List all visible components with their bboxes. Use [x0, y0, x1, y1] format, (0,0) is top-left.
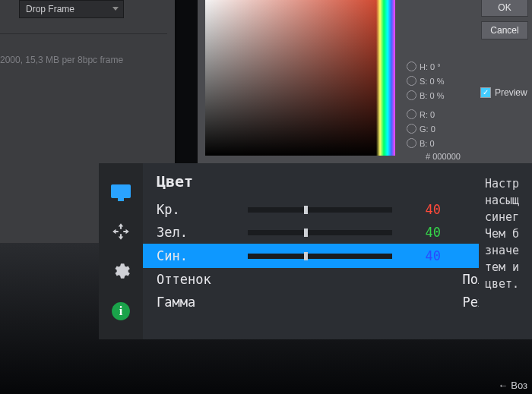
blue-value: 40	[410, 248, 441, 263]
red-value: 40	[410, 202, 441, 217]
b-label: B:	[420, 91, 427, 100]
bch-radio[interactable]	[407, 138, 416, 148]
red-slider[interactable]	[248, 207, 392, 213]
g-value[interactable]: 0	[431, 125, 435, 134]
green-label: Зел.	[157, 225, 248, 240]
hue-radio[interactable]	[407, 61, 416, 71]
color-picker-panel: OK Cancel	[198, 0, 532, 167]
gamma-label: Гамма	[157, 295, 248, 310]
monitor-icon	[111, 184, 131, 198]
red-label: Кр.	[157, 202, 248, 217]
monitor-osd-menu: i Цвет Кр. 40 Зел. 40 Син.	[99, 163, 532, 339]
preview-label: Preview	[495, 87, 527, 98]
blue-label: Син.	[157, 248, 248, 263]
ok-button[interactable]: OK	[481, 0, 528, 17]
hex-value[interactable]: # 000000	[426, 152, 461, 161]
cancel-button[interactable]: Cancel	[481, 21, 528, 39]
osd-row-red[interactable]: Кр. 40	[157, 198, 532, 221]
osd-row-gamma[interactable]: Гамма Режим1	[157, 291, 532, 314]
osd-title: Цвет	[157, 172, 532, 191]
bch-label: B:	[420, 139, 427, 148]
chevron-down-icon	[112, 7, 119, 11]
checkbox-icon: ✓	[480, 87, 491, 98]
blue-slider[interactable]	[248, 254, 392, 259]
g-label: G:	[420, 125, 429, 134]
drop-frame-select[interactable]: Drop Frame	[19, 0, 124, 18]
frame-info-text: 2000, 15,3 MB per 8bpc frame	[0, 55, 123, 65]
osd-row-hue[interactable]: Оттенок Польз.	[157, 268, 532, 291]
svg-text:i: i	[119, 304, 123, 318]
bch-value[interactable]: 0	[429, 139, 434, 148]
display-tab[interactable]	[109, 180, 132, 203]
gear-icon	[111, 261, 131, 281]
divider	[0, 33, 167, 34]
g-radio[interactable]	[407, 124, 416, 134]
return-arrow-icon: ←	[498, 380, 508, 391]
return-label: Воз	[511, 380, 527, 391]
settings-tab[interactable]	[109, 260, 132, 282]
osd-row-green[interactable]: Зел. 40	[157, 221, 532, 244]
position-tab[interactable]	[109, 220, 132, 243]
green-value: 40	[410, 225, 441, 240]
green-slider[interactable]	[248, 230, 392, 235]
s-value[interactable]: 0 %	[429, 77, 444, 86]
sat-radio[interactable]	[407, 76, 416, 86]
color-field[interactable]	[205, 0, 395, 156]
info-icon: i	[111, 301, 131, 321]
osd-body: Цвет Кр. 40 Зел. 40 Син. 40	[143, 163, 532, 339]
h-value[interactable]: 0 °	[430, 62, 441, 71]
bri-radio[interactable]	[407, 90, 416, 100]
hue-label: Оттенок	[157, 272, 248, 287]
osd-row-blue[interactable]: Син. 40	[143, 244, 532, 268]
h-label: H:	[420, 62, 428, 71]
drop-frame-label: Drop Frame	[26, 4, 74, 14]
b-value[interactable]: 0 %	[429, 91, 444, 100]
r-radio[interactable]	[407, 109, 416, 119]
osd-help-panel: Настр насыщ синег Чем б значе тем и цвет…	[479, 163, 532, 339]
hsb-rgb-inputs: H: 0 ° S: 0 % B: 0 % R: 0 G: 0 B: 0	[407, 59, 444, 150]
s-label: S:	[420, 77, 427, 86]
arrows-icon	[111, 222, 131, 241]
r-label: R:	[420, 110, 428, 119]
return-hint: ←Воз	[498, 380, 527, 391]
r-value[interactable]: 0	[430, 110, 435, 119]
osd-sidebar: i	[99, 163, 143, 339]
preview-checkbox[interactable]: ✓ Preview	[480, 87, 527, 98]
info-tab[interactable]: i	[109, 300, 132, 323]
